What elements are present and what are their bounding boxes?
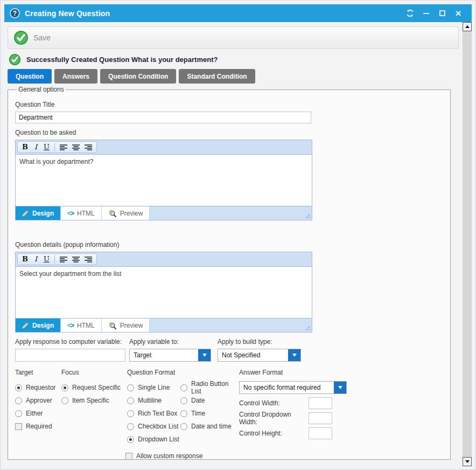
align-right-button[interactable] bbox=[83, 256, 94, 263]
radio-icon bbox=[180, 397, 187, 404]
radio-single-line[interactable]: Single Line bbox=[127, 381, 180, 394]
editor-mode-strip: Design <> HTML Preview bbox=[15, 206, 312, 220]
options-section: Target Requestor Approver Either bbox=[15, 369, 444, 462]
preview-magnifier-icon bbox=[108, 209, 117, 218]
html-tab[interactable]: <> HTML bbox=[61, 319, 102, 332]
scroll-up-button[interactable] bbox=[463, 22, 472, 31]
tab-standard-condition[interactable]: Standard Condition bbox=[179, 69, 255, 84]
window-title: Creating New Question bbox=[25, 9, 110, 18]
control-width-input[interactable] bbox=[309, 397, 332, 409]
save-check-icon bbox=[13, 30, 29, 45]
align-right-button[interactable] bbox=[83, 144, 94, 151]
design-tab[interactable]: Design bbox=[16, 319, 61, 332]
answer-format-header: Answer Format bbox=[239, 369, 444, 376]
design-tab-label: Design bbox=[32, 322, 54, 329]
apply-variable-to-value: Target bbox=[130, 349, 198, 361]
help-icon[interactable]: ? bbox=[10, 8, 20, 18]
underline-button[interactable]: U bbox=[42, 142, 51, 152]
radio-icon bbox=[127, 423, 134, 430]
minimize-button[interactable] bbox=[418, 6, 434, 20]
resize-grip[interactable] bbox=[304, 324, 311, 331]
align-left-button[interactable] bbox=[58, 256, 69, 263]
align-center-icon bbox=[72, 256, 80, 263]
control-width-row: Control Width: bbox=[239, 397, 444, 409]
align-center-button[interactable] bbox=[71, 256, 81, 263]
question-asked-content[interactable]: What is your department? bbox=[15, 154, 312, 206]
question-format-header: Question Format bbox=[127, 369, 237, 376]
scroll-down-button[interactable] bbox=[463, 457, 472, 466]
radio-label: Item Specific bbox=[72, 397, 109, 404]
radio-item-specific[interactable]: Item Specific bbox=[61, 394, 122, 407]
tab-question-condition[interactable]: Question Condition bbox=[100, 69, 176, 84]
question-asked-label: Question to be asked bbox=[15, 129, 444, 136]
save-button[interactable]: Save bbox=[13, 30, 51, 45]
radio-radio-button-list[interactable]: Radio Button List bbox=[180, 381, 237, 394]
radio-date-and-time[interactable]: Date and time bbox=[180, 420, 237, 433]
refresh-icon bbox=[406, 9, 414, 17]
target-group: Target Requestor Approver Either bbox=[15, 369, 61, 462]
html-tab[interactable]: <> HTML bbox=[61, 206, 102, 220]
radio-requestor[interactable]: Requestor bbox=[15, 381, 61, 394]
command-toolbar: Save bbox=[8, 26, 459, 49]
radio-date[interactable]: Date bbox=[180, 394, 237, 407]
align-center-button[interactable] bbox=[71, 144, 81, 151]
editor-toolbar: B I U bbox=[15, 252, 312, 266]
target-header: Target bbox=[15, 369, 61, 376]
computer-variable-input[interactable] bbox=[15, 349, 125, 362]
radio-label: Requestor bbox=[26, 384, 55, 391]
vertical-scrollbar[interactable] bbox=[463, 22, 472, 466]
close-button[interactable]: × bbox=[450, 6, 466, 20]
minimize-icon bbox=[423, 13, 429, 14]
radio-checkbox-list[interactable]: Checkbox List bbox=[127, 420, 180, 433]
required-checkbox[interactable]: Required bbox=[15, 420, 61, 433]
preview-tab[interactable]: Preview bbox=[102, 206, 150, 220]
tab-question[interactable]: Question bbox=[8, 69, 52, 84]
question-title-input[interactable] bbox=[15, 112, 311, 123]
bold-button[interactable]: B bbox=[20, 254, 30, 264]
radio-time[interactable]: Time bbox=[180, 407, 237, 420]
html-tab-label: HTML bbox=[77, 322, 95, 329]
titlebar: ? Creating New Question × bbox=[4, 4, 472, 22]
italic-button[interactable]: I bbox=[31, 254, 40, 264]
answer-format-group: Answer Format No specific format require… bbox=[237, 369, 444, 462]
apply-variable-to-dropdown[interactable]: Target bbox=[129, 349, 211, 362]
radio-multiline[interactable]: Multiline bbox=[127, 394, 180, 407]
maximize-button[interactable] bbox=[434, 6, 450, 20]
design-tab[interactable]: Design bbox=[16, 206, 61, 220]
control-height-input[interactable] bbox=[309, 427, 332, 439]
resize-grip[interactable] bbox=[304, 212, 311, 219]
apply-variable-to-label: Apply variable to: bbox=[129, 338, 211, 345]
italic-button[interactable]: I bbox=[31, 142, 40, 152]
build-type-dropdown[interactable]: Not Specified bbox=[218, 349, 301, 362]
html-code-icon: <> bbox=[67, 210, 74, 217]
triangle-up-icon bbox=[465, 25, 470, 28]
save-label: Save bbox=[33, 33, 51, 42]
pencil-icon bbox=[22, 322, 29, 329]
dropdown-arrow-button[interactable] bbox=[198, 349, 211, 361]
radio-icon bbox=[15, 397, 22, 404]
dropdown-arrow-button[interactable] bbox=[288, 349, 300, 361]
align-left-button[interactable] bbox=[58, 144, 69, 151]
allow-custom-response-checkbox[interactable]: Allow custom response bbox=[125, 450, 237, 462]
preview-tab[interactable]: Preview bbox=[102, 319, 150, 332]
radio-request-specific[interactable]: Request Specific bbox=[61, 381, 122, 394]
tab-answers[interactable]: Answers bbox=[54, 69, 97, 84]
radio-either[interactable]: Either bbox=[15, 407, 61, 420]
radio-icon bbox=[127, 436, 134, 443]
answer-format-dropdown[interactable]: No specific format required bbox=[239, 381, 347, 394]
radio-dropdown-list[interactable]: Dropdown List bbox=[127, 433, 180, 446]
answer-format-value: No specific format required bbox=[240, 382, 334, 393]
underline-button[interactable]: U bbox=[42, 254, 51, 264]
question-details-content[interactable]: Select your department from the list bbox=[15, 266, 312, 319]
radio-rich-text-box[interactable]: Rich Text Box bbox=[127, 407, 180, 420]
question-asked-editor: B I U bbox=[15, 140, 312, 220]
align-right-icon bbox=[85, 256, 93, 263]
refresh-button[interactable] bbox=[402, 6, 418, 20]
dropdown-arrow-button[interactable] bbox=[334, 382, 346, 393]
pencil-icon bbox=[22, 210, 29, 217]
control-dropdown-width-input[interactable] bbox=[309, 412, 332, 424]
radio-approver[interactable]: Approver bbox=[15, 394, 61, 407]
checkbox-icon bbox=[15, 423, 22, 430]
preview-magnifier-icon bbox=[108, 321, 117, 330]
bold-button[interactable]: B bbox=[20, 142, 30, 152]
